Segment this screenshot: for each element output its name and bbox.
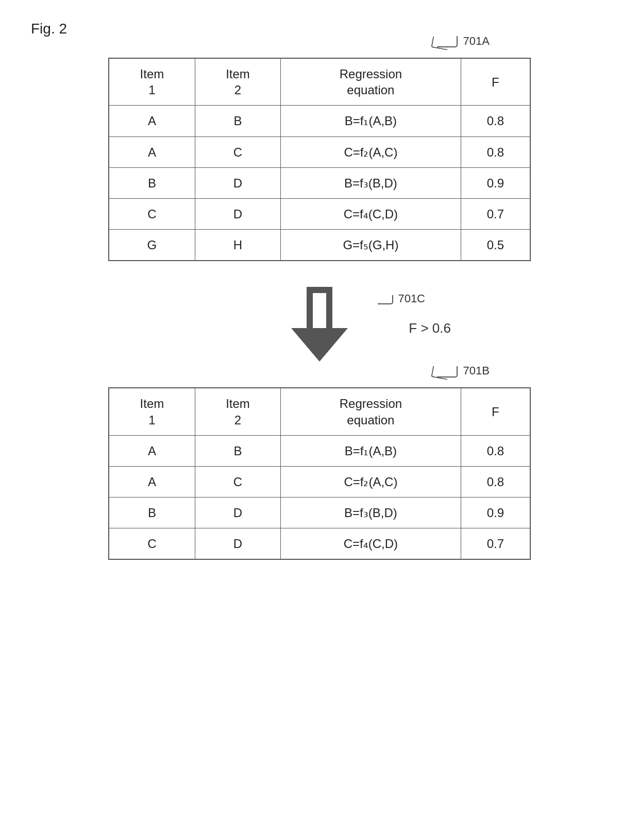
table-a-row4-col1: C (109, 198, 195, 229)
table-row: CDC=f₄(C,D)0.7 (109, 198, 530, 229)
table-a-wrapper: 701A Item1 Item2 Regressionequation F AB… (108, 58, 531, 261)
table-b-row1-col3: B=f₁(A,B) (281, 435, 461, 466)
table-b-row1-col1: A (109, 435, 195, 466)
table-b-col2-header: Item2 (195, 388, 280, 435)
table-a-row4-col2: D (195, 198, 280, 229)
table-b-row2-col3: C=f₂(A,C) (281, 466, 461, 497)
down-arrow (291, 287, 348, 362)
table-a-row3-col1: B (109, 167, 195, 198)
table-a-row3-col4: 0.9 (461, 167, 530, 198)
table-b-wrapper: 701B Item1 Item2 Regressionequation F AB… (108, 387, 531, 560)
table-b-row1-col4: 0.8 (461, 435, 530, 466)
table-a-row5-col4: 0.5 (461, 230, 530, 261)
table-a-row1-col3: B=f₁(A,B) (281, 106, 461, 136)
table-b-col1-header: Item1 (109, 388, 195, 435)
table-row: BDB=f₃(B,D)0.9 (109, 498, 530, 528)
arrow-head (291, 328, 348, 362)
filter-ref-label: 701C (378, 292, 425, 305)
table-a-row2-col1: A (109, 136, 195, 167)
table-b-row4-col2: D (195, 528, 280, 560)
table-a: Item1 Item2 Regressionequation F ABB=f₁(… (108, 58, 531, 261)
table-b-row3-col4: 0.9 (461, 498, 530, 528)
table-row: CDC=f₄(C,D)0.7 (109, 528, 530, 560)
table-a-col2-header: Item2 (195, 58, 280, 106)
table-b-header-row: Item1 Item2 Regressionequation F (109, 388, 530, 435)
table-row: ABB=f₁(A,B)0.8 (109, 435, 530, 466)
table-a-row1-col4: 0.8 (461, 106, 530, 136)
table-a-col3-header: Regressionequation (281, 58, 461, 106)
table-b-row2-col1: A (109, 466, 195, 497)
table-a-row3-col2: D (195, 167, 280, 198)
table-row: BDB=f₃(B,D)0.9 (109, 167, 530, 198)
table-a-header-row: Item1 Item2 Regressionequation F (109, 58, 530, 106)
arrow-shaft (307, 287, 332, 328)
figure-label: Fig. 2 (31, 21, 608, 37)
table-b-row3-col2: D (195, 498, 280, 528)
table-row: ABB=f₁(A,B)0.8 (109, 106, 530, 136)
table-a-row1-col1: A (109, 106, 195, 136)
table-a-col1-header: Item1 (109, 58, 195, 106)
table-a-row2-col4: 0.8 (461, 136, 530, 167)
table-a-row5-col1: G (109, 230, 195, 261)
filter-label: F > 0.6 (409, 320, 451, 336)
table-row: ACC=f₂(A,C)0.8 (109, 136, 530, 167)
table-b: Item1 Item2 Regressionequation F ABB=f₁(… (108, 387, 531, 560)
table-b-row1-col2: B (195, 435, 280, 466)
table-a-row4-col3: C=f₄(C,D) (281, 198, 461, 229)
table-b-row4-col3: C=f₄(C,D) (281, 528, 461, 560)
table-row: GHG=f₅(G,H)0.5 (109, 230, 530, 261)
table-b-row3-col3: B=f₃(B,D) (281, 498, 461, 528)
table-a-ref: 701A (437, 35, 490, 48)
table-a-col4-header: F (461, 58, 530, 106)
table-a-row5-col3: G=f₅(G,H) (281, 230, 461, 261)
table-a-row1-col2: B (195, 106, 280, 136)
table-b-ref: 701B (437, 364, 490, 378)
table-b-row2-col2: C (195, 466, 280, 497)
table-a-row3-col3: B=f₃(B,D) (281, 167, 461, 198)
table-b-row3-col1: B (109, 498, 195, 528)
table-a-row5-col2: H (195, 230, 280, 261)
table-b-col4-header: F (461, 388, 530, 435)
table-a-row2-col3: C=f₂(A,C) (281, 136, 461, 167)
table-a-row4-col4: 0.7 (461, 198, 530, 229)
table-b-row2-col4: 0.8 (461, 466, 530, 497)
table-b-row4-col4: 0.7 (461, 528, 530, 560)
table-a-row2-col2: C (195, 136, 280, 167)
table-b-col3-header: Regressionequation (281, 388, 461, 435)
table-row: ACC=f₂(A,C)0.8 (109, 466, 530, 497)
table-b-row4-col1: C (109, 528, 195, 560)
